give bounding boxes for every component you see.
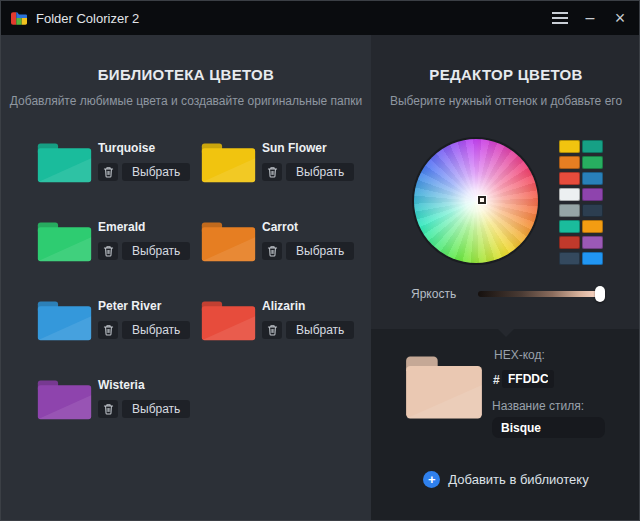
trash-icon: [267, 324, 278, 336]
folder-name: Sun Flower: [262, 141, 354, 155]
select-color-button[interactable]: Выбрать: [122, 163, 190, 181]
library-item: Sun Flower Выбрать: [200, 139, 364, 189]
library-item: Turquoise Выбрать: [36, 139, 200, 189]
minimize-button[interactable]: –: [575, 4, 605, 32]
trash-icon: [103, 403, 114, 415]
folder-icon[interactable]: [36, 218, 93, 264]
style-name-label: Название стиля:: [492, 399, 584, 413]
brightness-slider-handle[interactable]: [595, 286, 605, 302]
select-color-button[interactable]: Выбрать: [286, 242, 354, 260]
folder-icon[interactable]: [36, 297, 93, 343]
select-color-button[interactable]: Выбрать: [122, 400, 190, 418]
hex-prefix: #: [493, 373, 500, 387]
color-swatch[interactable]: [582, 156, 603, 169]
color-swatch[interactable]: [582, 252, 603, 265]
library-item: Wisteria Выбрать: [36, 376, 200, 426]
editor-title: РЕДАКТОР ЦВЕТОВ: [371, 66, 640, 83]
delete-folder-button[interactable]: [98, 400, 118, 418]
hex-input[interactable]: [502, 370, 554, 388]
library-item: Emerald Выбрать: [36, 218, 200, 268]
select-color-button[interactable]: Выбрать: [122, 321, 190, 339]
delete-folder-button[interactable]: [98, 321, 118, 339]
delete-folder-button[interactable]: [98, 163, 118, 181]
delete-folder-button[interactable]: [262, 321, 282, 339]
close-button[interactable]: ×: [605, 4, 635, 32]
color-swatch[interactable]: [559, 156, 580, 169]
section-notch: [498, 329, 514, 337]
plus-icon: +: [423, 471, 440, 488]
app-logo-icon: [10, 10, 28, 26]
color-swatch[interactable]: [559, 204, 580, 217]
library-item: Peter River Выбрать: [36, 297, 200, 347]
color-swatch[interactable]: [582, 172, 603, 185]
color-swatch[interactable]: [559, 252, 580, 265]
color-swatch[interactable]: [559, 220, 580, 233]
folder-name: Carrot: [262, 220, 354, 234]
library-subtitle: Добавляйте любимые цвета и создавайте ор…: [1, 94, 371, 108]
preview-folder-icon: [404, 353, 484, 421]
color-swatch[interactable]: [559, 140, 580, 153]
color-swatch[interactable]: [582, 220, 603, 233]
style-name-input[interactable]: [492, 417, 605, 438]
editor-subtitle: Выберите нужный оттенок и добавьте его: [371, 94, 640, 108]
library-title: БИБЛИОТЕКА ЦВЕТОВ: [1, 66, 371, 83]
folder-name: Emerald: [98, 220, 190, 234]
delete-folder-button[interactable]: [262, 242, 282, 260]
editor-panel: РЕДАКТОР ЦВЕТОВ Выберите нужный оттенок …: [371, 35, 640, 521]
folder-icon[interactable]: [36, 139, 93, 185]
color-swatch[interactable]: [582, 204, 603, 217]
delete-folder-button[interactable]: [98, 242, 118, 260]
color-swatch[interactable]: [582, 140, 603, 153]
brightness-label: Яркость: [411, 287, 456, 301]
color-wheel[interactable]: [414, 139, 538, 263]
color-swatch[interactable]: [559, 188, 580, 201]
color-swatch[interactable]: [559, 172, 580, 185]
folder-name: Wisteria: [98, 378, 190, 392]
menu-button[interactable]: [545, 4, 575, 32]
trash-icon: [103, 324, 114, 336]
add-to-library-label: Добавить в библиотеку: [448, 472, 588, 487]
trash-icon: [267, 166, 278, 178]
folder-name: Turquoise: [98, 141, 190, 155]
preset-swatches: [559, 140, 603, 265]
folder-icon[interactable]: [200, 218, 257, 264]
add-to-library-button[interactable]: + Добавить в библиотеку: [371, 467, 640, 491]
window-title: Folder Colorizer 2: [36, 11, 139, 26]
select-color-button[interactable]: Выбрать: [286, 321, 354, 339]
hex-label: HEX-код:: [494, 348, 545, 362]
app-window: Folder Colorizer 2 – × БИБЛИОТЕКА ЦВЕТОВ…: [0, 0, 640, 521]
folder-name: Peter River: [98, 299, 190, 313]
titlebar: Folder Colorizer 2 – ×: [1, 1, 639, 35]
folder-icon[interactable]: [200, 139, 257, 185]
window-controls: – ×: [545, 1, 639, 35]
trash-icon: [267, 245, 278, 257]
select-color-button[interactable]: Выбрать: [286, 163, 354, 181]
trash-icon: [103, 166, 114, 178]
folder-icon[interactable]: [200, 297, 257, 343]
folder-icon[interactable]: [36, 376, 93, 422]
color-swatch[interactable]: [582, 188, 603, 201]
delete-folder-button[interactable]: [262, 163, 282, 181]
trash-icon: [103, 245, 114, 257]
library-item: Alizarin Выбрать: [200, 297, 364, 347]
color-swatch[interactable]: [559, 236, 580, 249]
brightness-slider[interactable]: [478, 291, 602, 297]
folder-name: Alizarin: [262, 299, 354, 313]
color-swatch[interactable]: [582, 236, 603, 249]
color-wheel-cursor[interactable]: [478, 196, 486, 204]
library-panel: БИБЛИОТЕКА ЦВЕТОВ Добавляйте любимые цве…: [1, 35, 371, 521]
hamburger-icon: [552, 12, 568, 24]
library-item: Carrot Выбрать: [200, 218, 364, 268]
select-color-button[interactable]: Выбрать: [122, 242, 190, 260]
